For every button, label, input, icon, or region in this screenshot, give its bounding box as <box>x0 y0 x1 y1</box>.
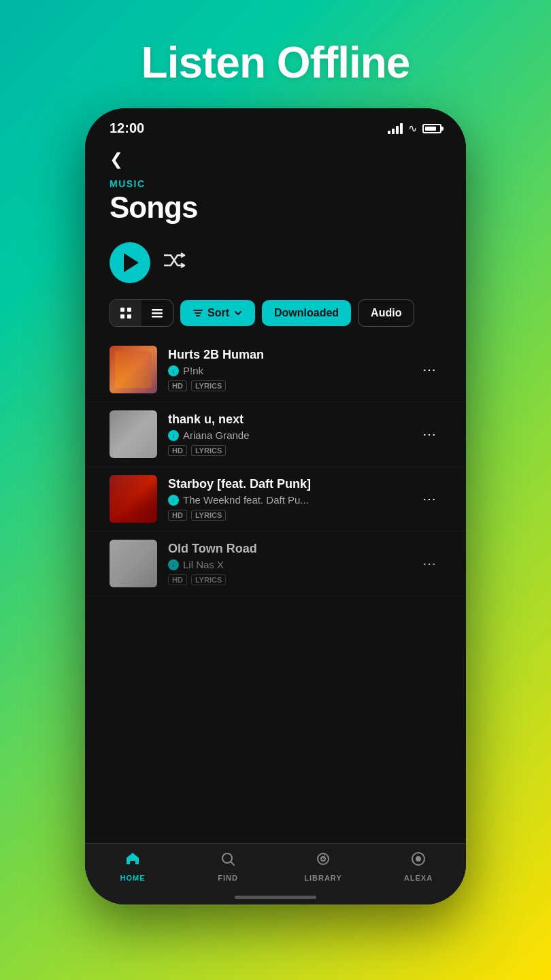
back-chevron-icon: ❮ <box>110 150 123 168</box>
nav-item-alexa[interactable]: ALEXA <box>371 851 466 882</box>
song-info: Hurts 2B Human P!nk HD LYRICS <box>168 348 406 391</box>
controls-row <box>85 235 466 294</box>
status-time: 12:00 <box>110 120 144 136</box>
more-button[interactable]: ⋯ <box>417 485 441 512</box>
song-tags: HD LYRICS <box>168 445 406 456</box>
shuffle-button[interactable] <box>164 252 188 274</box>
list-view-button[interactable] <box>141 300 173 326</box>
song-artist: Lil Nas X <box>168 559 406 570</box>
audio-button[interactable]: Audio <box>358 299 414 327</box>
status-bar: 12:00 ∿ <box>85 108 466 143</box>
song-tags: HD LYRICS <box>168 380 406 391</box>
lyrics-tag: LYRICS <box>191 510 226 521</box>
download-indicator <box>168 365 179 376</box>
album-art <box>110 410 157 458</box>
svg-rect-5 <box>152 312 163 314</box>
nav-label-alexa: ALEXA <box>404 874 433 882</box>
filter-bar: Sort Downloaded Audio <box>85 294 466 338</box>
view-toggle <box>110 299 173 327</box>
home-bar <box>235 896 316 899</box>
page-header: MUSIC Songs <box>85 172 466 235</box>
nav-label-home: HOME <box>120 874 146 882</box>
song-title: thank u, next <box>168 412 406 427</box>
svg-rect-2 <box>120 314 124 318</box>
svg-rect-3 <box>127 314 131 318</box>
bottom-nav: HOME FIND LIBRARY <box>85 843 466 896</box>
page-heading: Songs <box>110 191 441 225</box>
grid-view-button[interactable] <box>110 300 141 326</box>
song-artist: The Weeknd feat. Daft Pu... <box>168 494 406 506</box>
download-indicator <box>168 495 179 506</box>
hd-tag: HD <box>168 510 187 521</box>
nav-label-find: FIND <box>218 874 238 882</box>
wifi-icon: ∿ <box>408 122 417 135</box>
song-artist: Ariana Grande <box>168 429 406 441</box>
song-list: Hurts 2B Human P!nk HD LYRICS ⋯ thank u,… <box>85 338 466 843</box>
album-art <box>110 475 157 523</box>
song-title: Starboy [feat. Daft Punk] <box>168 477 406 491</box>
lyrics-tag: LYRICS <box>191 380 226 391</box>
status-icons: ∿ <box>388 122 441 135</box>
more-button[interactable]: ⋯ <box>417 421 441 448</box>
svg-rect-4 <box>152 309 163 311</box>
battery-icon <box>422 124 441 133</box>
song-info: Old Town Road Lil Nas X HD LYRICS <box>168 542 406 585</box>
page-title: Listen Offline <box>141 0 410 108</box>
svg-point-12 <box>416 856 421 862</box>
song-tags: HD LYRICS <box>168 574 406 585</box>
svg-rect-0 <box>120 308 124 312</box>
svg-line-8 <box>231 862 234 865</box>
album-art <box>110 346 157 393</box>
song-info: thank u, next Ariana Grande HD LYRICS <box>168 412 406 456</box>
play-button[interactable] <box>110 242 150 283</box>
lyrics-tag: LYRICS <box>191 574 226 585</box>
table-row[interactable]: Old Town Road Lil Nas X HD LYRICS ⋯ <box>85 532 466 596</box>
home-icon <box>124 851 141 871</box>
nav-item-home[interactable]: HOME <box>85 851 180 882</box>
sort-button[interactable]: Sort <box>180 300 255 326</box>
signal-icon <box>388 123 403 134</box>
song-tags: HD LYRICS <box>168 510 406 521</box>
table-row[interactable]: Hurts 2B Human P!nk HD LYRICS ⋯ <box>85 338 466 402</box>
alexa-icon <box>410 851 427 871</box>
hd-tag: HD <box>168 574 187 585</box>
song-artist: P!nk <box>168 365 406 376</box>
nav-item-find[interactable]: FIND <box>180 851 276 882</box>
nav-item-library[interactable]: LIBRARY <box>276 851 371 882</box>
album-art <box>110 540 157 587</box>
nav-label-library: LIBRARY <box>304 874 341 882</box>
table-row[interactable]: thank u, next Ariana Grande HD LYRICS ⋯ <box>85 402 466 467</box>
back-button[interactable]: ❮ <box>85 143 466 172</box>
song-info: Starboy [feat. Daft Punk] The Weeknd fea… <box>168 477 406 521</box>
song-title: Hurts 2B Human <box>168 348 406 362</box>
more-button[interactable]: ⋯ <box>417 550 441 577</box>
home-indicator <box>85 896 466 904</box>
svg-rect-6 <box>152 316 163 318</box>
downloaded-button[interactable]: Downloaded <box>262 300 351 326</box>
lyrics-tag: LYRICS <box>191 445 226 456</box>
category-label: MUSIC <box>110 178 441 189</box>
download-indicator <box>168 559 179 570</box>
song-title: Old Town Road <box>168 542 406 556</box>
hd-tag: HD <box>168 380 187 391</box>
hd-tag: HD <box>168 445 187 456</box>
more-button[interactable]: ⋯ <box>417 356 441 383</box>
table-row[interactable]: Starboy [feat. Daft Punk] The Weeknd fea… <box>85 467 466 532</box>
library-icon <box>315 851 331 871</box>
phone-device: 12:00 ∿ ❮ MUSIC Songs <box>85 108 466 904</box>
download-indicator <box>168 430 179 441</box>
svg-rect-1 <box>127 308 131 312</box>
find-icon <box>220 851 236 871</box>
